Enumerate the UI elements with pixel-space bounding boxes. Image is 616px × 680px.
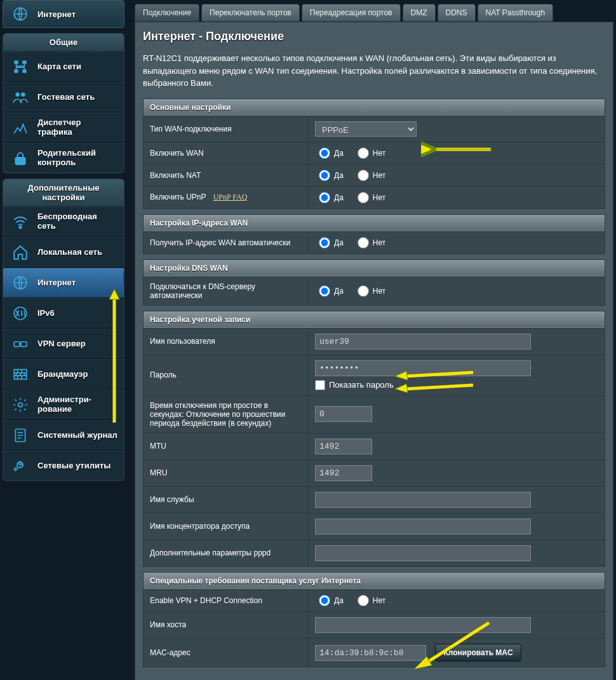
guest-icon xyxy=(10,88,31,107)
table-dnswan: Настройка DNS WAN Подключаться к DNS-сер… xyxy=(143,259,605,306)
sidebar-item-nettools[interactable]: Сетевые утилиты xyxy=(3,451,124,480)
nav-label: Интернет xyxy=(37,278,117,288)
no-label: Нет xyxy=(373,238,385,247)
section-header-basic: Основные настройки xyxy=(144,99,605,116)
svg-rect-12 xyxy=(21,342,27,347)
tab-port-forward[interactable]: Переадресация портов xyxy=(302,4,401,22)
page-desc: RT-N12C1 поддерживает несколько типов по… xyxy=(143,52,605,90)
vpn-dhcp-yes[interactable] xyxy=(319,595,330,606)
password-input[interactable] xyxy=(315,360,531,376)
pppd-input[interactable] xyxy=(315,545,531,561)
idle-input[interactable] xyxy=(315,406,372,422)
clone-mac-button[interactable]: Клонировать MAC xyxy=(435,644,521,662)
yes-label: Да xyxy=(334,193,344,202)
mac-input[interactable] xyxy=(315,645,426,661)
no-label: Нет xyxy=(373,149,385,158)
vpn-dhcp-label: Enable VPN + DHCP Connection xyxy=(144,589,309,611)
nav-label: Карта сети xyxy=(37,62,117,72)
enable-wan-no[interactable] xyxy=(358,147,369,159)
tab-connection[interactable]: Подключение xyxy=(135,4,199,22)
dnswan-auto-no[interactable] xyxy=(358,285,369,297)
wan-type-label: Тип WAN-подключения xyxy=(144,116,309,142)
show-password-checkbox[interactable] xyxy=(315,380,325,390)
sidebar-advanced-header: Дополнительные настройки xyxy=(3,179,124,207)
mru-label: MRU xyxy=(144,459,309,486)
ipwan-auto-no[interactable] xyxy=(358,237,369,248)
mtu-label: MTU xyxy=(144,433,309,459)
show-password-label: Показать пароль xyxy=(329,380,394,390)
concentrator-input[interactable] xyxy=(315,519,531,534)
yes-label: Да xyxy=(334,171,344,180)
sidebar-item-syslog[interactable]: Системный журнал xyxy=(3,420,124,451)
ipwan-auto-yes[interactable] xyxy=(319,237,330,248)
svg-point-8 xyxy=(19,226,21,228)
nav-label: Родительский контроль xyxy=(37,149,117,168)
enable-wan-yes[interactable] xyxy=(319,147,330,159)
password-label: Пароль xyxy=(144,355,309,395)
dnswan-auto-yes[interactable] xyxy=(319,285,330,297)
hostname-input[interactable] xyxy=(315,617,531,633)
sidebar-general-header: Общие xyxy=(3,34,124,51)
nav-label: IPv6 xyxy=(37,309,117,318)
table-isp: Специальные требования поставщика услуг … xyxy=(143,572,605,667)
vpn-icon xyxy=(10,334,31,353)
nav-label: Беспроводная сеть xyxy=(37,212,117,231)
wifi-icon xyxy=(10,212,31,231)
sidebar-item-admin[interactable]: Администри-рование xyxy=(3,390,124,420)
nav-label: Диспетчер трафика xyxy=(37,118,117,137)
nav-label: VPN сервер xyxy=(37,339,117,349)
top-internet-item[interactable]: Интернет xyxy=(3,0,124,28)
sidebar-item-lan[interactable]: Локальная сеть xyxy=(3,237,124,268)
sidebar-item-internet[interactable]: Интернет xyxy=(3,268,124,298)
home-icon xyxy=(10,243,31,262)
nav-label: Сетевые утилиты xyxy=(37,461,117,471)
nav-label: Гостевая сеть xyxy=(37,93,117,102)
sidebar-item-traffic[interactable]: Диспетчер трафика xyxy=(3,112,124,143)
username-input[interactable] xyxy=(315,334,531,350)
idle-label: Время отключения при простое в секундах:… xyxy=(144,395,309,433)
mtu-input[interactable] xyxy=(315,439,372,454)
svg-rect-2 xyxy=(22,60,27,64)
tab-nat[interactable]: NAT Passthrough xyxy=(478,4,554,22)
vpn-dhcp-no[interactable] xyxy=(358,595,369,606)
enable-nat-yes[interactable] xyxy=(319,170,330,181)
sidebar-item-ipv6[interactable]: IPv6 xyxy=(3,298,124,329)
concentrator-label: Имя концентратора доступа xyxy=(144,513,309,540)
no-label: Нет xyxy=(373,596,385,605)
ipv6-icon xyxy=(10,304,31,323)
sidebar-item-parental[interactable]: Родительский контроль xyxy=(3,143,124,173)
wan-type-select[interactable]: PPPoE xyxy=(315,121,417,137)
sidebar-item-wireless[interactable]: Беспроводная сеть xyxy=(3,207,124,237)
tools-icon xyxy=(10,456,31,475)
enable-upnp-no[interactable] xyxy=(358,192,369,203)
section-header-isp: Специальные требования поставщика услуг … xyxy=(144,572,605,589)
network-map-icon xyxy=(10,57,31,76)
svg-rect-11 xyxy=(14,342,20,347)
sidebar-item-vpn[interactable]: VPN сервер xyxy=(3,329,124,359)
tab-port-trigger[interactable]: Переключатель портов xyxy=(201,4,300,22)
tab-dmz[interactable]: DMZ xyxy=(403,4,436,22)
table-account: Настройка учетной записи Имя пользовател… xyxy=(143,311,605,567)
no-label: Нет xyxy=(373,193,385,202)
enable-upnp-yes[interactable] xyxy=(319,192,330,203)
mru-input[interactable] xyxy=(315,465,372,481)
enable-nat-no[interactable] xyxy=(358,170,369,181)
tab-ddns[interactable]: DDNS xyxy=(438,4,476,22)
sidebar-item-firewall[interactable]: Брандмауэр xyxy=(3,359,124,390)
service-input[interactable] xyxy=(315,492,531,508)
section-header-ipwan: Настройка IP-адреса WAN xyxy=(144,214,605,231)
nav-label: Брандмауэр xyxy=(37,370,117,379)
globe-icon xyxy=(10,273,31,292)
main-panel: Интернет - Подключение RT-N12C1 поддержи… xyxy=(135,22,613,680)
yes-label: Да xyxy=(334,596,344,605)
svg-point-14 xyxy=(18,403,23,407)
svg-rect-3 xyxy=(14,69,18,72)
upnp-faq-link[interactable]: UPnP FAQ xyxy=(213,193,248,201)
enable-nat-label: Включить NAT xyxy=(144,164,309,186)
sidebar-item-guest-network[interactable]: Гостевая сеть xyxy=(3,82,124,112)
mac-label: MAC-адрес xyxy=(144,638,309,667)
nav-label: Локальная сеть xyxy=(37,248,117,257)
nav-label: Администри-рование xyxy=(37,395,117,414)
sidebar-item-network-map[interactable]: Карта сети xyxy=(3,51,124,82)
section-header-dnswan: Настройка DNS WAN xyxy=(144,259,605,276)
